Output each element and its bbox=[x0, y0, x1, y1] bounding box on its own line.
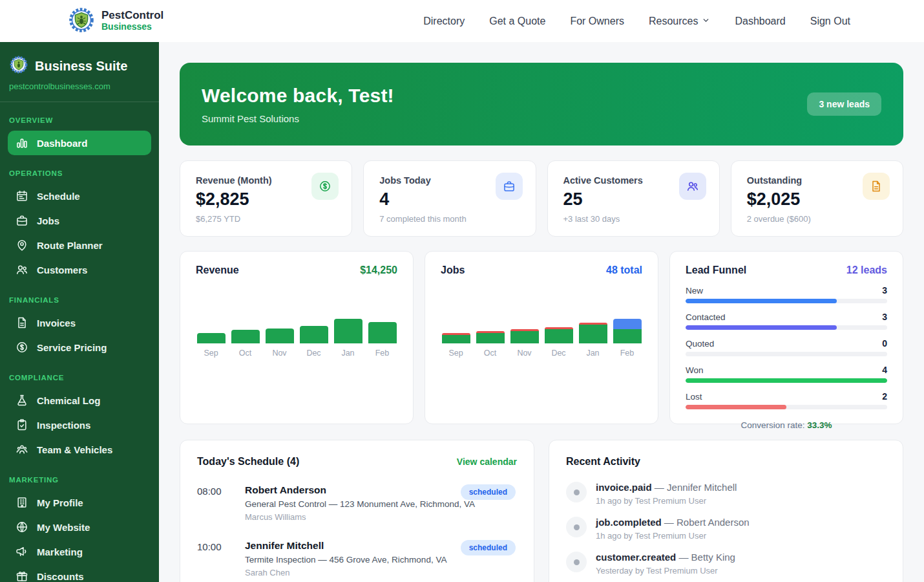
map-pin-icon bbox=[16, 239, 28, 252]
recent-activity-panel: Recent Activity invoice.paid — Jennifer … bbox=[549, 440, 903, 582]
funnel-bar-fill bbox=[686, 378, 887, 383]
jobs-chart-title: Jobs bbox=[441, 264, 465, 276]
brand-logo-icon bbox=[68, 6, 95, 36]
axis-tick-label: Sep bbox=[442, 349, 470, 358]
lead-funnel-rows: New3Contacted3Quoted0Won4Lost2 bbox=[686, 285, 887, 409]
sidebar-item-dashboard[interactable]: Dashboard bbox=[8, 131, 151, 155]
axis-tick-label: Jan bbox=[334, 349, 362, 358]
topnav-link-resources[interactable]: Resources bbox=[649, 15, 710, 27]
view-calendar-link[interactable]: View calendar bbox=[457, 457, 517, 467]
stat-sub: 7 completed this month bbox=[379, 214, 520, 224]
sidebar-item-invoices[interactable]: Invoices bbox=[8, 310, 151, 335]
funnel-bar-track bbox=[686, 405, 887, 409]
status-badge: scheduled bbox=[461, 540, 516, 555]
status-badge: scheduled bbox=[461, 484, 516, 500]
sidebar-item-discounts[interactable]: Discounts bbox=[8, 564, 151, 582]
revenue-chart-title: Revenue bbox=[196, 264, 239, 276]
funnel-stage-value: 4 bbox=[882, 365, 887, 375]
revenue-bar bbox=[334, 319, 362, 343]
bar-chart-icon bbox=[16, 136, 28, 149]
activity-meta: 1h ago by Test Premium User bbox=[596, 496, 737, 506]
revenue-bar bbox=[368, 322, 397, 343]
funnel-stage-won: Won4 bbox=[686, 365, 887, 383]
dollar-circle-icon bbox=[16, 341, 28, 354]
activity-title: Recent Activity bbox=[566, 456, 640, 468]
sidebar-item-service-pricing[interactable]: Service Pricing bbox=[8, 335, 151, 360]
topnav-link-sign-out[interactable]: Sign Out bbox=[810, 16, 850, 27]
axis-tick-label: Sep bbox=[197, 349, 226, 358]
sidebar-item-marketing[interactable]: Marketing bbox=[8, 539, 151, 564]
sidebar-item-customers[interactable]: Customers bbox=[8, 257, 151, 282]
axis-tick-label: Feb bbox=[613, 349, 642, 358]
sidebar-item-jobs[interactable]: Jobs bbox=[8, 208, 151, 233]
jobs-bar bbox=[579, 323, 607, 343]
activity-dot-icon bbox=[566, 482, 587, 502]
funnel-stage-label: Won bbox=[686, 365, 704, 375]
axis-tick-label: Nov bbox=[266, 349, 294, 358]
sidebar-header: Business Suite pestcontrolbusinesses.com bbox=[0, 42, 159, 102]
funnel-stage-lost: Lost2 bbox=[686, 391, 887, 409]
sidebar-item-my-website[interactable]: My Website bbox=[8, 515, 151, 539]
funnel-stage-quoted: Quoted0 bbox=[686, 338, 887, 356]
schedule-item[interactable]: 08:00Robert AndersonGeneral Pest Control… bbox=[197, 484, 517, 522]
axis-tick-label: Feb bbox=[368, 349, 397, 358]
sidebar-item-schedule[interactable]: Schedule bbox=[8, 184, 151, 208]
activity-meta: Yesterday by Test Premium User bbox=[596, 566, 735, 576]
dollar-circle-icon bbox=[311, 173, 339, 200]
activity-item: invoice.paid — Jennifer Mitchell1h ago b… bbox=[566, 480, 886, 506]
activity-person: — Robert Anderson bbox=[662, 517, 750, 528]
sidebar-section-overview: OVERVIEW bbox=[9, 116, 159, 124]
sidebar-logo-icon bbox=[9, 55, 28, 77]
sidebar-item-inspections[interactable]: Inspections bbox=[8, 413, 151, 437]
funnel-stage-label: Lost bbox=[686, 392, 702, 402]
funnel-stage-value: 3 bbox=[882, 285, 887, 296]
welcome-banner: Welcome back, Test! Summit Pest Solution… bbox=[180, 63, 903, 146]
funnel-stage-label: Contacted bbox=[686, 312, 726, 322]
sidebar-item-route-planner[interactable]: Route Planner bbox=[8, 233, 151, 257]
sidebar-section-compliance: COMPLIANCE bbox=[9, 374, 159, 382]
schedule-item[interactable]: 10:00Jennifer MitchellTermite Inspection… bbox=[197, 540, 517, 577]
todays-schedule-panel: Today's Schedule (4) View calendar 08:00… bbox=[180, 440, 534, 582]
funnel-stage-value: 0 bbox=[882, 338, 887, 349]
calendar-icon bbox=[16, 189, 28, 202]
megaphone-icon bbox=[16, 545, 28, 558]
topnav-link-directory[interactable]: Directory bbox=[423, 16, 465, 27]
activity-person: — Jennifer Mitchell bbox=[652, 482, 737, 493]
sched-desc: General Pest Control — 123 Monument Ave,… bbox=[245, 499, 475, 509]
sidebar-section-marketing: MARKETING bbox=[9, 476, 159, 484]
funnel-bar-track bbox=[686, 325, 887, 330]
axis-tick-label: Jan bbox=[579, 349, 607, 358]
sidebar-section-financials: FINANCIALS bbox=[9, 296, 159, 304]
welcome-title: Welcome back, Test! bbox=[202, 85, 394, 107]
jobs-bar bbox=[442, 333, 470, 343]
axis-tick-label: Dec bbox=[300, 349, 328, 358]
axis-tick-label: Dec bbox=[545, 349, 573, 358]
topnav-link-for-owners[interactable]: For Owners bbox=[570, 16, 624, 27]
flask-icon bbox=[16, 394, 28, 407]
jobs-bar bbox=[613, 319, 642, 343]
sidebar-item-chemical-log[interactable]: Chemical Log bbox=[8, 388, 151, 413]
charts-row: Revenue $14,250 SepOctNovDecJanFeb Jobs … bbox=[180, 251, 903, 424]
brand-logo[interactable]: PestControl Businesses bbox=[68, 6, 163, 36]
jobs-bar-labels: SepOctNovDecJanFeb bbox=[441, 349, 642, 358]
sidebar-item-my-profile[interactable]: My Profile bbox=[8, 490, 151, 515]
jobs-bar bbox=[545, 327, 573, 343]
activity-meta: 1h ago by Test Premium User bbox=[596, 531, 750, 541]
users-icon bbox=[679, 173, 706, 200]
topnav-link-dashboard[interactable]: Dashboard bbox=[735, 16, 785, 27]
briefcase-icon bbox=[496, 173, 523, 200]
top-bar: PestControl Businesses DirectoryGet a Qu… bbox=[0, 0, 924, 42]
funnel-bar-track bbox=[686, 378, 887, 383]
activity-item: customer.created — Betty KingYesterday b… bbox=[566, 550, 886, 576]
jobs-chart-card: Jobs 48 total SepOctNovDecJanFeb bbox=[425, 251, 658, 424]
sched-desc: Termite Inspection — 456 Grove Ave, Rich… bbox=[245, 555, 446, 565]
revenue-chart-card: Revenue $14,250 SepOctNovDecJanFeb bbox=[180, 251, 414, 424]
file-text-icon bbox=[863, 173, 890, 200]
revenue-chart-total: $14,250 bbox=[360, 264, 397, 276]
activity-person: — Betty King bbox=[676, 552, 735, 563]
stat-sub: +3 last 30 days bbox=[563, 214, 704, 224]
funnel-stage-label: New bbox=[686, 286, 703, 296]
brand-name: PestControl bbox=[101, 10, 163, 22]
sidebar-item-team-vehicles[interactable]: Team & Vehicles bbox=[8, 437, 151, 462]
topnav-link-get-a-quote[interactable]: Get a Quote bbox=[489, 16, 545, 27]
